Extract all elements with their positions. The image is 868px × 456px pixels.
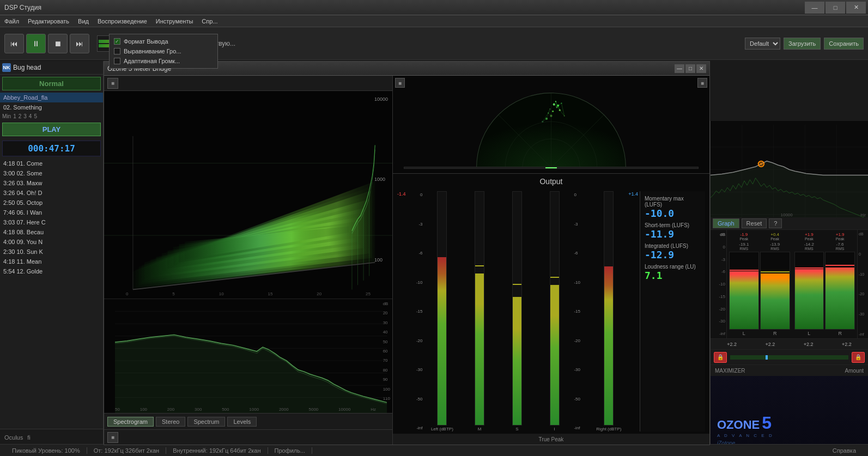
r2-peak-group: +1.9 Peak: [825, 232, 855, 241]
tab-stereo[interactable]: Stereo: [156, 417, 185, 427]
track-item-10[interactable]: 4:18 11. Mean: [0, 257, 103, 266]
menu-playback[interactable]: Воспроизведение: [93, 17, 151, 26]
maximizer-slider[interactable]: [730, 355, 848, 360]
lr2-meters: [794, 252, 855, 330]
spectrogram-settings-button[interactable]: ■: [107, 78, 118, 89]
forward-button[interactable]: ⏭: [70, 34, 89, 53]
tab-spectrogram[interactable]: Spectrogram: [107, 417, 154, 427]
menu-tools[interactable]: Инструменты: [151, 17, 198, 26]
stereo-settings-button-tl[interactable]: ■: [395, 78, 405, 88]
lock-icon-right[interactable]: 🔒: [852, 352, 865, 363]
lr2-rms-labels: -14.2 RMS -7.6 RMS: [794, 242, 855, 251]
save-button[interactable]: Сохранить: [824, 38, 864, 50]
track-item-3[interactable]: 3:26 04. Oh! D: [0, 188, 103, 198]
minimize-button[interactable]: —: [805, 2, 824, 14]
menu-view[interactable]: Вид: [74, 17, 93, 26]
meter-label-left: Left (dBTP): [431, 427, 453, 431]
close-button[interactable]: ✕: [846, 2, 866, 14]
time-label-2: 10: [219, 291, 224, 296]
l-meter-fill: [730, 271, 758, 329]
rscale-6: -6: [574, 251, 589, 256]
rewind-button[interactable]: ⏮: [4, 34, 24, 53]
help-btn[interactable]: Справка: [826, 447, 863, 454]
meter-bar-s: [512, 191, 522, 425]
meter-bar-i: [550, 191, 560, 425]
integrated-row: Integrated (LUFS) -12.9: [645, 243, 701, 260]
graph-button[interactable]: Graph: [713, 218, 739, 228]
load-button[interactable]: Загрузить: [784, 38, 821, 50]
menu-edit[interactable]: Редактировать: [23, 17, 74, 26]
r2-peak-line: [825, 265, 854, 266]
menu-file[interactable]: Файл: [0, 17, 23, 26]
vu-peak-4: +2.2: [842, 342, 852, 347]
lock-icon-left[interactable]: 🔒: [714, 352, 727, 363]
maximizer-section: 🔒 🔒: [711, 350, 868, 365]
format-item-0[interactable]: ✓ Формат Вывода: [110, 37, 217, 46]
footer-label1: Oculus: [4, 434, 23, 441]
eq-freq-10k: 10000: [780, 212, 792, 217]
maximize-button[interactable]: □: [825, 2, 845, 14]
spectrogram-svg: [104, 91, 392, 299]
format-item-1[interactable]: Выравнивание Гро...: [110, 46, 217, 56]
meter-col-m: M: [462, 191, 497, 431]
l-peak-group: -1.9 Peak: [729, 232, 759, 241]
status-bar: Пиковый Уровень: 100% От: 192кГц 326бит …: [0, 444, 868, 456]
reset-button[interactable]: Reset: [742, 218, 767, 228]
track-item-9[interactable]: 2:30 10. Sun K: [0, 247, 103, 257]
scale-6: -6: [408, 251, 423, 256]
maximizer-handle[interactable]: [766, 355, 768, 360]
spectrogram-bottom-toolbar: ■: [104, 429, 392, 445]
menu-help[interactable]: Спр...: [197, 17, 222, 26]
spectrum-view: dB 20 30 40 50 60 70 80 90 100 110: [104, 299, 392, 413]
meter-fill-s: [513, 297, 521, 425]
right-panel: 10000 Hz: [710, 121, 868, 456]
svg-point-57: [760, 162, 763, 166]
scale-3: -3: [408, 222, 423, 227]
tl-min: Min: [2, 113, 11, 119]
tab-levels[interactable]: Levels: [227, 417, 257, 427]
track-item-11[interactable]: 5:54 12. Golde: [0, 266, 103, 276]
track-item-5[interactable]: 7:46 06. I Wan: [0, 208, 103, 217]
format-label-0: Формат Вывода: [124, 38, 168, 45]
track-item-4[interactable]: 2:50 05. Octop: [0, 198, 103, 208]
play-pause-button[interactable]: ⏸: [26, 34, 46, 53]
time-label-1: 5: [172, 291, 174, 296]
tab-spectrum[interactable]: Spectrum: [187, 417, 225, 427]
track-item-7[interactable]: 4:18 08. Becau: [0, 227, 103, 237]
l-meter-bar: [729, 252, 759, 330]
track-item-0[interactable]: 4:18 01. Come: [0, 159, 103, 168]
time-label-4: 20: [317, 291, 321, 296]
profile-btn[interactable]: Профиль...: [268, 447, 313, 454]
loudness-range-label: Loudness range (LU): [645, 264, 701, 270]
active-track[interactable]: Abbey_Road_fla: [0, 93, 103, 102]
track-item-6[interactable]: 3:03 07. Here C: [0, 217, 103, 227]
second-track[interactable]: 02. Something: [0, 102, 103, 112]
profile-dropdown[interactable]: Default: [745, 38, 780, 50]
rscale-30: -30: [574, 367, 589, 372]
scale-inf: -inf: [408, 425, 423, 430]
r-channel-label: R: [760, 331, 790, 336]
l-rms-label: RMS: [740, 247, 749, 251]
vu-scale-0: 0: [712, 245, 725, 250]
format-item-2[interactable]: Адаптивная Громк...: [110, 56, 217, 66]
spectrogram-view: 10000 1000 100: [104, 91, 392, 299]
nk-icon: NK: [2, 63, 11, 72]
ozone-minimize-button[interactable]: —: [675, 64, 684, 73]
help-button[interactable]: ?: [769, 218, 782, 228]
mini-timeline: Min 1 2 3 4 5: [0, 112, 103, 120]
ozone-maximize-button[interactable]: □: [685, 64, 695, 73]
stereo-settings-button-tr[interactable]: ■: [697, 78, 707, 88]
play-button-large[interactable]: PLAY: [2, 123, 101, 136]
meter-bar-m: [475, 191, 484, 425]
track-item-2[interactable]: 3:26 03. Maxw: [0, 178, 103, 188]
l-peak-val: -1.9: [740, 232, 748, 237]
window-title: DSP Студия: [4, 4, 41, 11]
stop-button[interactable]: ⏹: [48, 34, 68, 53]
scale-20: -20: [408, 338, 423, 343]
spectrogram-bottom-settings-button[interactable]: ■: [107, 432, 118, 443]
ozone-close-button[interactable]: ✕: [696, 64, 706, 73]
track-item-8[interactable]: 4:00 09. You N: [0, 237, 103, 247]
vu-scale-db: dB: [712, 232, 725, 237]
r-peak-label: Peak: [770, 237, 779, 241]
track-item-1[interactable]: 3:00 02. Some: [0, 168, 103, 178]
